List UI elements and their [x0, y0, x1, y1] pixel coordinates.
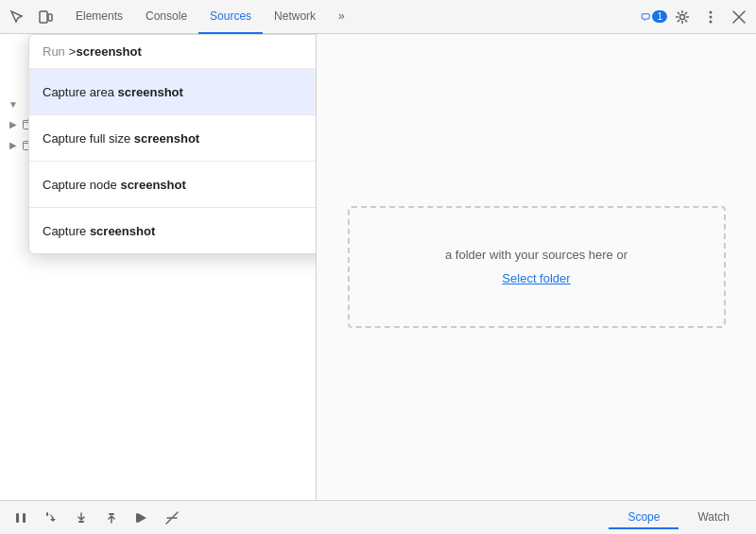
continue-icon: [134, 510, 149, 525]
inspect-icon: [9, 9, 25, 25]
tab-watch[interactable]: Watch: [679, 507, 748, 529]
more-options-button[interactable]: [697, 4, 724, 30]
settings-icon: [675, 9, 690, 25]
svg-rect-11: [78, 521, 84, 523]
settings-button[interactable]: [669, 4, 696, 30]
close-devtools-button[interactable]: [726, 4, 752, 30]
bottom-tabs: Scope Watch: [609, 507, 748, 529]
svg-point-5: [710, 20, 713, 23]
command-label-2: Capture node screenshot: [43, 178, 186, 192]
devtools-toolbar: Elements Console Sources Network » 1: [0, 0, 756, 34]
deactivate-breakpoints-button[interactable]: [159, 505, 185, 531]
folder-drop-zone: a folder with your sources here or Selec…: [348, 206, 726, 329]
command-label-3: Capture screenshot: [43, 224, 155, 238]
close-icon: [732, 10, 746, 24]
command-run-label: Run: [43, 44, 65, 59]
continue-button[interactable]: [129, 505, 155, 531]
tab-elements[interactable]: Elements: [64, 0, 134, 34]
step-out-button[interactable]: [98, 505, 125, 531]
deactivate-icon: [164, 510, 180, 525]
toolbar-tabs: Elements Console Sources Network »: [64, 0, 639, 34]
command-label-0: Capture area screenshot: [43, 85, 183, 99]
tab-more[interactable]: »: [327, 0, 356, 34]
step-over-icon: [43, 510, 59, 525]
more-vertical-icon: [709, 9, 713, 25]
svg-point-3: [710, 10, 713, 13]
bottom-left-icons: [8, 505, 185, 531]
command-palette: Run >screenshot Capture area screenshot …: [28, 34, 317, 254]
svg-point-4: [710, 15, 713, 18]
right-panel: a folder with your sources here or Selec…: [317, 34, 756, 500]
folder-message-text: a folder with your sources here or: [445, 248, 627, 262]
chat-badge-button[interactable]: 1: [641, 4, 667, 30]
device-toggle-button[interactable]: [32, 4, 59, 30]
command-label-1: Capture full size screenshot: [43, 131, 199, 146]
chat-badge: 1: [652, 10, 667, 23]
command-item-3[interactable]: Capture screenshot Screenshot: [29, 208, 317, 253]
sidebar: ▼ ▶ app (so) ▶ callout (callout): [0, 34, 317, 500]
svg-rect-10: [46, 512, 48, 516]
select-folder-link[interactable]: Select folder: [406, 269, 667, 289]
command-item-2[interactable]: Capture node screenshot Screenshot: [29, 162, 317, 208]
command-input-row: Run >screenshot: [29, 35, 317, 69]
svg-rect-12: [109, 513, 114, 515]
tab-console[interactable]: Console: [134, 0, 198, 34]
bottom-toolbar: Scope Watch: [0, 500, 756, 534]
command-item-0[interactable]: Capture area screenshot Screenshot: [29, 69, 317, 115]
main-content: ▼ ▶ app (so) ▶ callout (callout): [0, 34, 756, 500]
svg-rect-13: [136, 513, 138, 523]
step-out-icon: [104, 510, 119, 525]
svg-point-2: [680, 14, 685, 19]
collapse-arrow-icon: ▼: [8, 98, 19, 110]
step-into-icon: [74, 510, 89, 525]
device-icon: [38, 9, 53, 25]
tab-sources[interactable]: Sources: [198, 0, 263, 34]
command-item-1[interactable]: Capture full size screenshot Screenshot: [29, 115, 317, 162]
expand-arrow-icon-2: ▶: [8, 139, 19, 150]
svg-rect-1: [48, 14, 52, 21]
tab-network[interactable]: Network: [263, 0, 327, 34]
chat-icon: [641, 9, 650, 25]
pause-resume-button[interactable]: [8, 505, 34, 531]
step-over-button[interactable]: [38, 505, 64, 531]
svg-rect-0: [40, 11, 47, 23]
command-query-text[interactable]: >screenshot: [69, 44, 142, 59]
inspect-element-button[interactable]: [4, 4, 30, 30]
svg-rect-8: [16, 513, 19, 523]
tab-scope[interactable]: Scope: [609, 507, 679, 529]
toolbar-right-icons: 1: [641, 4, 752, 30]
expand-arrow-icon: ▶: [8, 118, 19, 129]
pause-icon: [14, 511, 27, 525]
step-into-button[interactable]: [68, 505, 94, 531]
svg-rect-9: [23, 513, 26, 523]
